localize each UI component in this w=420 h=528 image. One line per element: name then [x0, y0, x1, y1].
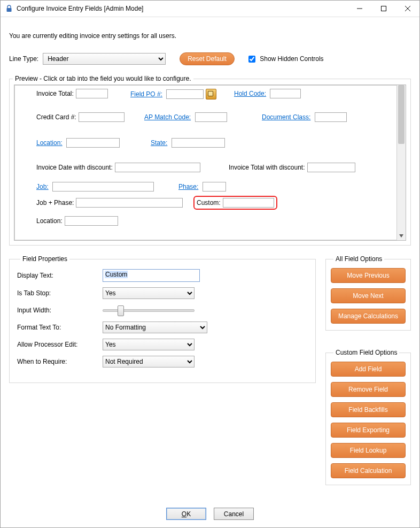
field-exporting-button[interactable]: Field Exporting — [331, 423, 406, 438]
reset-default-button[interactable]: Reset Default — [180, 52, 235, 65]
custom-field-selected[interactable]: Custom: — [193, 196, 277, 210]
slider-thumb[interactable] — [118, 305, 124, 316]
ap-match-link[interactable]: AP Match Code: — [144, 113, 191, 121]
custom-input[interactable] — [223, 198, 274, 208]
field-lookup-button[interactable]: Field Lookup — [331, 443, 406, 458]
invoice-total-label: Invoice Total: — [36, 90, 74, 97]
line-type-select[interactable]: Header — [43, 53, 166, 65]
preview-legend: Preview - Click or tab into the field yo… — [13, 75, 193, 82]
all-field-options-legend: All Field Options — [333, 255, 384, 263]
svg-rect-2 — [381, 6, 386, 11]
credit-card-input[interactable] — [79, 112, 125, 122]
display-text-label: Display Text: — [17, 272, 103, 279]
document-class-input[interactable] — [315, 112, 347, 122]
titlebar: Configure Invoice Entry Fields [Admin Mo… — [1, 1, 419, 17]
field-backfills-button[interactable]: Field Backfills — [331, 402, 406, 417]
job-input[interactable] — [52, 182, 154, 192]
field-properties-fieldset: Field Properties Display Text: Custom Is… — [9, 255, 316, 383]
job-phase-label: Job + Phase: — [36, 199, 74, 206]
job-link[interactable]: Job: — [36, 183, 49, 190]
when-require-select[interactable]: Not Required — [103, 356, 195, 368]
when-require-label: When to Require: — [17, 358, 103, 365]
allow-processor-label: Allow Processor Edit: — [17, 341, 103, 348]
inv-date-disc-input[interactable] — [115, 163, 200, 172]
move-previous-button[interactable]: Move Previous — [331, 268, 406, 283]
custom-label: Custom: — [197, 199, 221, 206]
intro-text: You are currently editing invoice entry … — [9, 32, 411, 40]
hold-code-input[interactable] — [270, 89, 301, 98]
line-type-label: Line Type: — [9, 55, 38, 63]
preview-scrollbar[interactable] — [397, 85, 406, 240]
tab-stop-label: Is Tab Stop: — [17, 289, 103, 297]
field-properties-legend: Field Properties — [20, 255, 69, 263]
inv-date-disc-label: Invoice Date with discount: — [36, 164, 113, 171]
location-link[interactable]: Location: — [36, 139, 63, 147]
display-text-input[interactable] — [103, 269, 200, 282]
custom-field-options-legend: Custom Field Options — [333, 349, 399, 356]
location2-label: Location: — [36, 217, 63, 225]
close-button[interactable] — [395, 1, 419, 17]
svg-rect-0 — [7, 8, 12, 12]
invoice-total-input[interactable] — [76, 89, 108, 98]
show-hidden-label[interactable]: Show Hidden Controls — [248, 55, 324, 63]
format-text-label: Format Text To: — [17, 324, 103, 331]
input-width-label: Input Width: — [17, 307, 103, 314]
ap-match-input[interactable] — [195, 112, 227, 122]
inv-total-disc-input[interactable] — [307, 163, 355, 172]
location2-input[interactable] — [65, 216, 118, 226]
phase-link[interactable]: Phase: — [178, 183, 198, 190]
location-input[interactable] — [66, 138, 120, 148]
format-text-select[interactable]: No Formatting — [103, 322, 207, 333]
app-lock-icon — [5, 4, 13, 13]
all-field-options-fieldset: All Field Options Move Previous Move Nex… — [325, 255, 411, 331]
scroll-thumb[interactable] — [398, 85, 405, 144]
manage-calculations-button[interactable]: Manage Calculations — [331, 309, 406, 324]
field-po-link[interactable]: Field PO #: — [130, 90, 162, 98]
show-hidden-checkbox[interactable] — [248, 56, 255, 63]
add-field-button[interactable]: Add Field — [331, 362, 406, 377]
window-title: Configure Invoice Entry Fields [Admin Mo… — [17, 5, 347, 12]
preview-fieldset: Preview - Click or tab into the field yo… — [9, 75, 411, 246]
document-class-link[interactable]: Document Class: — [262, 113, 310, 121]
ok-button[interactable]: OK — [166, 508, 206, 520]
tab-stop-select[interactable]: Yes — [103, 287, 195, 299]
input-width-slider[interactable] — [103, 304, 195, 316]
preview-canvas[interactable]: Invoice Total: Field PO #: Hold Code: — [14, 85, 397, 240]
scroll-down-icon[interactable] — [397, 232, 406, 240]
state-link[interactable]: State: — [151, 139, 167, 147]
allow-processor-select[interactable]: Yes — [103, 339, 195, 350]
phase-input[interactable] — [203, 182, 226, 192]
dialog-window: Configure Invoice Entry Fields [Admin Mo… — [0, 0, 420, 528]
state-input[interactable] — [172, 138, 225, 148]
cancel-button[interactable]: Cancel — [214, 508, 254, 520]
credit-card-label: Credit Card #: — [36, 113, 76, 121]
field-po-input[interactable] — [166, 89, 204, 99]
custom-field-options-fieldset: Custom Field Options Add Field Remove Fi… — [325, 349, 411, 485]
field-po-lookup-icon[interactable] — [206, 89, 216, 100]
hold-code-link[interactable]: Hold Code: — [234, 90, 266, 97]
move-next-button[interactable]: Move Next — [331, 288, 406, 303]
job-phase-input[interactable] — [76, 198, 183, 208]
maximize-button[interactable] — [371, 1, 395, 17]
inv-total-disc-label: Invoice Total with discount: — [229, 164, 305, 171]
minimize-button[interactable] — [347, 1, 371, 17]
remove-field-button[interactable]: Remove Field — [331, 382, 406, 397]
field-calculation-button[interactable]: Field Calculation — [331, 463, 406, 478]
